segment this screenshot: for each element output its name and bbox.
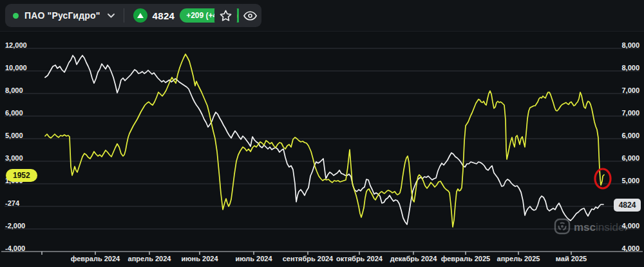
x-axis-label: сентябрь 2024 bbox=[279, 255, 337, 262]
left-axis-label: 3,000 bbox=[5, 155, 23, 162]
right-axis-label: 5,000 bbox=[604, 177, 639, 184]
x-axis-label: декабрь 2024 bbox=[384, 255, 442, 262]
price-chart-canvas[interactable]: mscinsider bbox=[0, 0, 644, 267]
right-axis-label: 4,000 bbox=[604, 245, 639, 252]
watermark-text-bold: msc bbox=[574, 221, 596, 233]
x-axis-label: февраль 2024 bbox=[66, 255, 124, 262]
right-axis-label: 6,000 bbox=[604, 155, 639, 162]
left-axis-label: -2,000 bbox=[5, 222, 25, 230]
right-axis-label: 6,000 bbox=[604, 132, 639, 139]
x-axis-label: октябрь 2024 bbox=[330, 255, 388, 262]
right-axis-label: 7,000 bbox=[604, 110, 639, 117]
right-axis-label: 4,000 bbox=[604, 222, 639, 230]
left-axis-label: 12,000 bbox=[5, 42, 27, 49]
x-axis-label: апрель 2025 bbox=[489, 255, 547, 262]
x-axis-label: июнь 2024 bbox=[171, 255, 229, 262]
x-axis-label: февраль 2025 bbox=[437, 255, 495, 262]
x-axis-label: апрель 2024 bbox=[120, 255, 178, 262]
yellow-current-value-badge: 1952 bbox=[6, 169, 37, 182]
x-axis-label: май 2025 bbox=[542, 255, 600, 262]
left-axis-label: -274 bbox=[5, 200, 19, 207]
right-axis-label: 8,000 bbox=[604, 64, 639, 72]
right-axis-label: 8,000 bbox=[604, 42, 639, 49]
series-insider-indicator-yellow bbox=[45, 54, 604, 227]
left-axis-label: 5,000 bbox=[5, 132, 23, 139]
left-axis-label: -4,000 bbox=[5, 245, 25, 252]
left-axis-label: 10,000 bbox=[5, 64, 27, 72]
x-axis-label: июль 2024 bbox=[225, 255, 283, 262]
series-price-white bbox=[45, 55, 603, 224]
right-axis-label: 7,000 bbox=[604, 87, 639, 94]
white-current-value-badge: 4824 bbox=[614, 199, 641, 212]
app-window: ПАО "РусГидро" 4824 +209 (+4.53%) mscins… bbox=[0, 0, 644, 267]
left-axis-label: 8,000 bbox=[5, 87, 23, 94]
left-axis-label: 6,000 bbox=[5, 110, 23, 117]
